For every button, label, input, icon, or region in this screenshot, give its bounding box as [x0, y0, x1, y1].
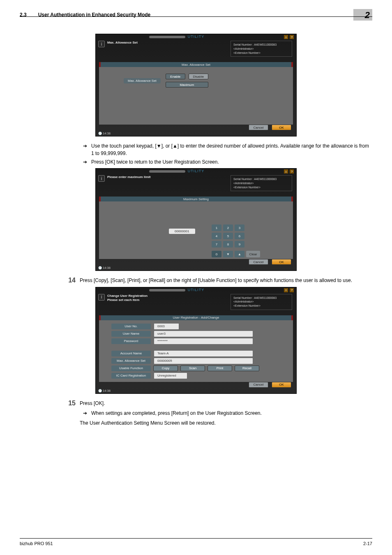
keypad-7[interactable]: 7	[212, 241, 221, 247]
keypad-8[interactable]: 8	[223, 241, 233, 247]
screenshot-maximum-setting: UTILITY ⌂ ? i Please enter maximum limit…	[95, 168, 297, 271]
clock: 🕘 14:38	[98, 266, 111, 270]
user-no-label[interactable]: User No.	[111, 324, 151, 329]
info-icon: i	[98, 175, 105, 182]
keypad-up[interactable]: ▲	[235, 251, 244, 257]
screenshot-max-allowance: UTILITY ⌂ ? i Max. Allowance Set Serial …	[95, 34, 297, 136]
home-icon[interactable]: ⌂	[284, 169, 288, 173]
cancel-button[interactable]: Cancel	[249, 382, 268, 388]
user-name-value: user3	[154, 331, 253, 337]
ok-button[interactable]: OK	[272, 125, 291, 130]
keypad-1[interactable]: 1	[212, 224, 221, 231]
copy-button[interactable]: Copy	[153, 365, 178, 371]
help-icon[interactable]: ?	[290, 288, 294, 292]
keypad-3[interactable]: 3	[235, 224, 244, 231]
help-icon[interactable]: ?	[290, 35, 294, 39]
keypad-4[interactable]: 4	[212, 233, 221, 239]
enable-button[interactable]: Enable	[166, 74, 185, 79]
print-button[interactable]: Print	[208, 365, 232, 371]
user-name-label[interactable]: User Name	[111, 331, 151, 337]
product-name: bizhub PRO 951	[20, 541, 53, 546]
step-text: Press [Copy], [Scan], [Print], or [Recal…	[80, 277, 352, 284]
keypad-6[interactable]: 6	[235, 233, 244, 239]
serial-panel: Serial Number : A4EW011000083 <Administr…	[231, 41, 292, 57]
user-no-value: 0003	[154, 324, 179, 329]
panel-title-strip: User Registration - Add/Change	[99, 315, 293, 320]
panel-body: 00000001 1 2 3 4 5 6 7 8 9 0 ▼ ▲ Clear	[99, 201, 293, 259]
step-number: 15	[65, 400, 76, 407]
max-allowance-label[interactable]: Max. Allowance Set	[111, 358, 151, 364]
bullet-item: Use the touch panel keypad, [▼], or [▲] …	[83, 142, 372, 157]
cancel-button[interactable]: Cancel	[249, 125, 268, 130]
info-icon: i	[98, 294, 105, 301]
step-14: 14 Press [Copy], [Scan], [Print], or [Re…	[65, 277, 372, 284]
page-header: 2.3 User Authentication in Enhanced Secu…	[20, 9, 372, 21]
clock: 🕘 14:38	[98, 389, 111, 393]
ic-card-label[interactable]: IC Card Registration	[111, 373, 151, 379]
utility-label: UTILITY	[188, 169, 205, 173]
bullet-item: When settings are completed, press [Retu…	[83, 409, 372, 417]
max-allowance-value: 00000005	[154, 358, 253, 364]
bullet-list-2: When settings are completed, press [Retu…	[83, 409, 372, 417]
panel-body: Max. Allowance Set Enable Disable Maximu…	[99, 67, 293, 125]
keypad-clear[interactable]: Clear	[246, 251, 260, 257]
utility-label: UTILITY	[188, 35, 205, 39]
panel-title-strip: Maximum Setting	[99, 197, 293, 201]
help-icon[interactable]: ?	[290, 169, 294, 173]
page-number: 2-17	[363, 541, 372, 546]
plain-line: The User Authentication Setting Menu Scr…	[80, 419, 372, 427]
home-icon[interactable]: ⌂	[284, 288, 288, 292]
home-icon[interactable]: ⌂	[284, 35, 288, 39]
utility-bar: UTILITY ⌂ ?	[96, 34, 296, 40]
account-name-label[interactable]: Account Name	[111, 351, 151, 356]
keypad-5[interactable]: 5	[223, 233, 233, 239]
account-name-value: Team-A	[154, 351, 253, 356]
header-rule	[20, 16, 372, 17]
clock: 🕘 14:38	[98, 132, 111, 135]
scan-button[interactable]: Scan	[180, 365, 205, 371]
chapter-badge: 2	[353, 9, 372, 21]
chip-max-allowance: Max. Allowance Set	[124, 78, 161, 83]
keypad-2[interactable]: 2	[223, 224, 233, 231]
password-value: ********	[154, 338, 253, 344]
password-label[interactable]: Password	[111, 338, 151, 344]
panel-body: User No. 0003 User Name user3 Password *…	[99, 320, 293, 382]
recall-button[interactable]: Recall	[235, 365, 259, 371]
maximum-button[interactable]: Maximum	[166, 82, 208, 88]
max-value-display: 00000001	[169, 229, 195, 234]
step-text: Press [OK].	[80, 400, 105, 407]
info-text: Please enter maximum limit	[107, 175, 150, 179]
disable-button[interactable]: Disable	[189, 74, 208, 79]
serial-panel: Serial Number : A4EW011000083 <Administr…	[231, 294, 292, 310]
info-icon: i	[98, 41, 105, 47]
step-number: 14	[65, 277, 76, 284]
serial-panel: Serial Number : A4EW011000083 <Administr…	[231, 175, 292, 191]
keypad-9[interactable]: 9	[235, 241, 244, 247]
page-footer: bizhub PRO 951 2-17	[20, 541, 372, 546]
step-15: 15 Press [OK].	[65, 400, 372, 407]
bullet-list-1: Use the touch panel keypad, [▼], or [▲] …	[83, 142, 372, 166]
ic-card-value: Unregistered	[154, 373, 187, 379]
keypad-0[interactable]: 0	[212, 251, 221, 257]
footer-rule	[20, 538, 372, 539]
utility-label: UTILITY	[188, 288, 205, 292]
usable-function-label: Usable Function	[111, 365, 151, 371]
bullet-item: Press [OK] twice to return to the User R…	[83, 158, 372, 166]
info-text: Max. Allowance Set	[107, 41, 138, 45]
info-text: Change User RegistrationPlease set each …	[107, 294, 148, 303]
keypad: 1 2 3 4 5 6 7 8 9	[212, 224, 244, 247]
screenshot-user-registration: UTILITY ⌂ ? i Change User RegistrationPl…	[95, 287, 297, 394]
cancel-button[interactable]: Cancel	[249, 259, 268, 265]
ok-button[interactable]: OK	[272, 259, 291, 265]
panel-title-strip: Max. Allowance Set	[99, 62, 293, 67]
ok-button[interactable]: OK	[272, 382, 291, 388]
keypad-down[interactable]: ▼	[223, 251, 233, 257]
